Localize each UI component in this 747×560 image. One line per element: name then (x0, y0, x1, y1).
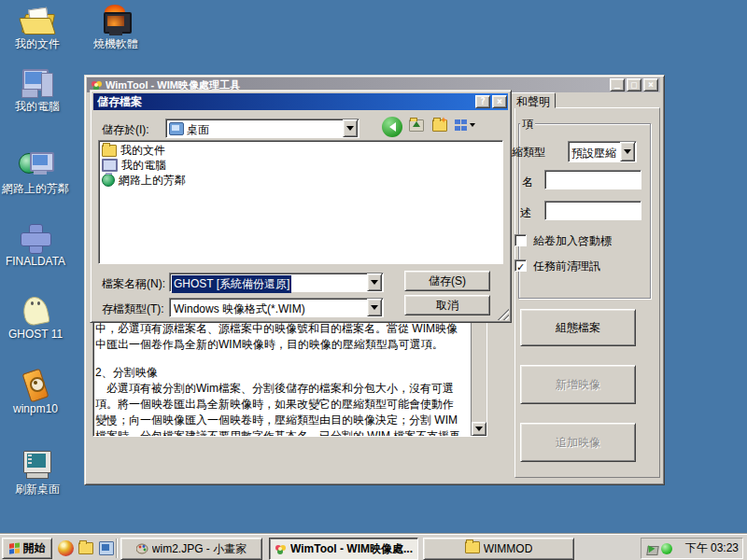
compression-dropdown[interactable]: 預設壓縮 (568, 141, 637, 162)
new-image-button[interactable]: 新增映像 (520, 365, 636, 404)
save-in-label: 儲存於(I): (102, 122, 149, 138)
clean-checkbox[interactable]: ✓ (514, 259, 527, 272)
folder-window-icon (465, 541, 480, 556)
task-wimmod[interactable]: WIMMOD (423, 538, 574, 560)
browser-quicklaunch-icon[interactable] (58, 540, 74, 556)
list-item[interactable]: 網路上的芳鄰 (99, 173, 502, 188)
task-paint[interactable]: wim2.JPG - 小畫家 (120, 538, 262, 560)
dialog-close-button[interactable]: × (492, 95, 507, 108)
folder-quicklaunch-icon[interactable] (78, 542, 93, 557)
tray-status-icon[interactable] (661, 543, 672, 554)
start-label: 開始 (23, 540, 46, 556)
network-places-icon (19, 149, 52, 181)
finaldata-icon (19, 222, 52, 254)
cancel-button[interactable]: 取消 (404, 295, 490, 315)
resize-grip[interactable] (498, 309, 509, 320)
taskbar-divider (116, 539, 117, 558)
desktop-icon-my-documents[interactable]: 我的文件 (2, 5, 73, 50)
network-icon (102, 174, 115, 187)
maximize-icon: □ (631, 80, 637, 90)
list-item[interactable]: 我的文件 (99, 143, 502, 158)
refresh-desktop-icon (21, 450, 54, 482)
list-item[interactable]: 我的電腦 (99, 158, 502, 173)
views-dropdown-arrow-icon (470, 123, 475, 130)
minimize-button[interactable]: _ (610, 78, 625, 91)
tab-label: 和聲明 (516, 95, 550, 108)
scroll-down-button[interactable] (472, 422, 486, 436)
minimize-icon: _ (614, 78, 620, 88)
volume-name-input[interactable] (544, 170, 641, 189)
clean-checkbox-label: 任務前清理訊 (533, 259, 651, 274)
close-button[interactable]: × (643, 78, 658, 91)
start-button[interactable]: 開始 (2, 538, 52, 559)
save-dialog-titlebar[interactable]: 儲存檔案 ? × (93, 93, 508, 110)
task-label: WIMMOD (484, 542, 533, 555)
my-documents-icon (21, 5, 54, 36)
paint-icon (136, 543, 148, 554)
dropdown-arrow-icon[interactable] (367, 273, 382, 291)
desktop-icon-label: 我的文件 (2, 38, 73, 50)
dropdown-arrow-icon[interactable] (367, 299, 382, 316)
list-item-label: 我的文件 (120, 143, 165, 159)
boot-checkbox[interactable] (514, 234, 527, 246)
config-file-label: 組態檔案 (556, 320, 600, 336)
file-list[interactable]: 我的文件 我的電腦 網路上的芳鄰 (98, 140, 503, 264)
task-label: WimTool - WIM映像處... (290, 541, 413, 557)
append-image-button[interactable]: 追加映像 (520, 423, 636, 462)
taskbar: 開始 wim2.JPG - 小畫家 WimTool - WIM映像處... WI… (0, 534, 747, 560)
folder-icon (102, 145, 117, 157)
close-icon: × (648, 80, 654, 90)
description-input[interactable] (544, 201, 641, 220)
views-icon (455, 119, 467, 131)
wimtool-icon (275, 543, 287, 554)
append-image-label: 追加映像 (556, 435, 600, 451)
list-item-label: 我的電腦 (121, 158, 166, 174)
back-arrow-icon (385, 122, 396, 132)
log-text: 中，必選項有源檔案名、源檔案中的映像號和目的檔案名。當從 WIM映像 中匯出一個… (95, 321, 470, 437)
up-folder-button[interactable] (409, 119, 424, 134)
desktop-icon-finaldata[interactable]: FINALDATA (0, 222, 71, 268)
save-in-value: 桌面 (187, 122, 209, 138)
volume-name-label: 名 (522, 175, 533, 190)
task-wimtool[interactable]: WimTool - WIM映像處... (269, 538, 418, 560)
dialog-help-button[interactable]: ? (475, 95, 490, 108)
save-button-label: 儲存(S) (429, 273, 466, 289)
cancel-button-label: 取消 (436, 298, 458, 314)
file-type-value: Windows 映像格式(*.WIM) (174, 301, 305, 317)
desktop-icon-label: GHOST 11 (0, 329, 71, 341)
clock: 下午 03:23 (685, 540, 739, 556)
desktop-icon-winpm10[interactable]: winpm10 (0, 370, 71, 415)
ghost-icon (19, 295, 52, 327)
desktop-icon-burn-software[interactable]: 燒機軟體 (80, 5, 151, 50)
save-button[interactable]: 儲存(S) (404, 271, 490, 291)
tab-statement[interactable]: 和聲明 (511, 92, 556, 108)
desktop-icon-network-places[interactable]: 網路上的芳鄰 (0, 149, 71, 195)
views-button[interactable] (455, 119, 475, 131)
computer-icon (102, 159, 118, 172)
desktop-folder-icon (169, 122, 184, 135)
dropdown-arrow-icon[interactable] (343, 119, 358, 137)
list-item-label: 網路上的芳鄰 (119, 173, 186, 189)
file-type-label: 存檔類型(T): (102, 301, 164, 317)
desktop-icon-refresh-desktop[interactable]: 刷新桌面 (2, 450, 73, 496)
file-type-combobox[interactable]: Windows 映像格式(*.WIM) (169, 298, 384, 317)
boot-checkbox-label: 給卷加入啓動標 (533, 233, 651, 249)
save-in-combobox[interactable]: 桌面 (165, 119, 359, 138)
desktop-icon-label: winpm10 (0, 403, 71, 415)
file-name-combobox[interactable]: GHOST [系統備份還原] (169, 273, 384, 292)
sparkle-icon: ✦ (440, 115, 447, 125)
task-label: wim2.JPG - 小畫家 (152, 541, 247, 557)
tray-utility-icon[interactable] (645, 542, 657, 554)
config-file-button[interactable]: 組態檔案 (520, 309, 636, 346)
new-folder-button[interactable]: ✦ (432, 119, 447, 134)
compression-label: 縮類型 (512, 145, 545, 161)
maximize-button[interactable]: □ (627, 78, 641, 91)
desktop-icon-my-computer[interactable]: 我的電腦 (2, 67, 73, 113)
back-button[interactable] (382, 117, 402, 137)
show-desktop-icon[interactable] (99, 541, 114, 555)
desktop-icon-label: 網路上的芳鄰 (0, 183, 71, 195)
desktop-icon-ghost[interactable]: GHOST 11 (0, 295, 71, 341)
dropdown-arrow-icon[interactable] (620, 142, 635, 161)
desktop-icon-label: 刷新桌面 (2, 483, 73, 496)
up-arrow-icon (413, 118, 420, 127)
